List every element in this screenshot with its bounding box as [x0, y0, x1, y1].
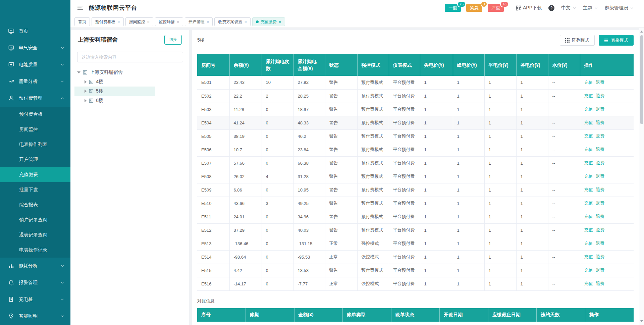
- refund-link[interactable]: 退费: [596, 201, 605, 206]
- table-cell: 平台预付费: [389, 277, 420, 290]
- language-select[interactable]: 中文: [561, 5, 576, 11]
- sidebar-item-electric-safety[interactable]: 电气安全: [0, 40, 70, 56]
- refund-link[interactable]: 退费: [596, 281, 605, 286]
- tree-search-input[interactable]: [77, 52, 183, 62]
- sidebar-item-demand-analysis[interactable]: 需量分析: [0, 73, 70, 90]
- scrollbar-thumb[interactable]: [640, 35, 643, 124]
- refund-link[interactable]: 退费: [596, 107, 605, 112]
- tree-node-root[interactable]: 上海安科瑞宿舍: [74, 68, 155, 77]
- table-mode-button[interactable]: 表格模式: [599, 35, 634, 46]
- alarm-badge-general[interactable]: 一般75: [445, 4, 461, 12]
- alarm-badge-critical[interactable]: 严重73: [488, 4, 504, 12]
- collapse-menu-icon[interactable]: [77, 5, 84, 10]
- sidebar-item-home[interactable]: 首页: [0, 23, 70, 40]
- tab-account-open[interactable]: 开户管理×: [185, 17, 213, 26]
- sidebar-item-smart-lighting[interactable]: 智能照明: [0, 308, 70, 325]
- recharge-link[interactable]: 充值: [584, 147, 593, 152]
- recharge-link[interactable]: 充值: [584, 174, 593, 179]
- table-cell: 1: [516, 250, 548, 264]
- recharge-link[interactable]: 充值: [584, 107, 593, 112]
- tab-home[interactable]: 首页: [74, 17, 90, 26]
- close-icon[interactable]: ×: [117, 20, 120, 24]
- user-menu[interactable]: 超级管理员: [605, 5, 634, 11]
- table-cell: 0: [262, 223, 293, 237]
- table-row: E50610.7023.84警告预付费模式平台预付费1111--充值退费: [197, 143, 634, 156]
- refund-link[interactable]: 退费: [596, 93, 605, 98]
- sidebar-item-alarm-management[interactable]: 报警管理: [0, 274, 70, 291]
- close-icon[interactable]: ×: [244, 20, 247, 24]
- help-icon[interactable]: ?: [548, 5, 554, 11]
- tab-fee-scheme[interactable]: 收费方案设置×: [214, 17, 251, 26]
- scroll-down-icon[interactable]: [640, 320, 643, 322]
- recharge-link[interactable]: 充值: [584, 133, 593, 139]
- column-header: 金额(¥): [294, 308, 343, 322]
- tab-room-monitor[interactable]: 房间监控×: [125, 17, 154, 26]
- vertical-scrollbar[interactable]: [639, 28, 644, 325]
- column-header: 平电价(¥): [484, 54, 516, 76]
- recharge-link[interactable]: 充值: [584, 187, 593, 192]
- tree-node-floor[interactable]: 5楼: [74, 87, 155, 96]
- sidebar-item-charging-pile[interactable]: 充电桩: [0, 291, 70, 308]
- caret-right-icon[interactable]: [85, 90, 87, 93]
- recharge-link[interactable]: 充值: [584, 80, 593, 85]
- tree-node-floor[interactable]: 6楼: [74, 96, 155, 105]
- refund-link[interactable]: 退费: [596, 227, 605, 232]
- recharge-link[interactable]: 充值: [584, 241, 593, 246]
- recharge-link[interactable]: 充值: [584, 254, 593, 259]
- sidebar-item-batch-dispatch[interactable]: 批量下发: [0, 182, 70, 197]
- recharge-link[interactable]: 充值: [584, 120, 593, 125]
- refund-link[interactable]: 退费: [596, 147, 605, 152]
- sidebar-item-power-quality[interactable]: 电能质量: [0, 56, 70, 73]
- sidebar-item-meter-operation-list[interactable]: 电表操作列表: [0, 137, 70, 152]
- grid-mode-button[interactable]: 阵列模式: [560, 35, 595, 46]
- sidebar-item-comprehensive-report[interactable]: 综合报表: [0, 197, 70, 212]
- refund-link[interactable]: 退费: [596, 133, 605, 139]
- tab-monitor-detail[interactable]: 监控详情×: [155, 17, 183, 26]
- recharge-link[interactable]: 充值: [584, 268, 593, 273]
- sidebar-item-room-monitor[interactable]: 房间监控: [0, 122, 70, 137]
- sidebar-item-prepaid-dashboard[interactable]: 预付费看板: [0, 107, 70, 122]
- refund-link[interactable]: 退费: [596, 120, 605, 125]
- table-row: E5096.86010.95警告预付费模式平台预付费1111--充值退费: [197, 183, 634, 197]
- sidebar-item-energy-analysis[interactable]: 能耗分析: [0, 258, 70, 274]
- caret-right-icon[interactable]: [85, 80, 87, 84]
- sidebar-item-account-close-query[interactable]: 销户记录查询: [0, 212, 70, 227]
- recharge-link[interactable]: 充值: [584, 160, 593, 165]
- sidebar-item-meter-operation-record[interactable]: 电表操作记录: [0, 242, 70, 258]
- refund-link[interactable]: 退费: [596, 254, 605, 259]
- alarm-badge-urgent[interactable]: 紧急3: [466, 4, 482, 12]
- tab-prepaid-dashboard[interactable]: 预付费看板×: [92, 17, 124, 26]
- close-icon[interactable]: ×: [279, 20, 281, 24]
- alarm-badge-count: 73: [500, 1, 509, 7]
- scroll-up-icon[interactable]: [640, 31, 643, 33]
- app-download-button[interactable]: APP下载: [516, 5, 542, 11]
- recharge-link[interactable]: 充值: [584, 281, 593, 286]
- refund-link[interactable]: 退费: [596, 214, 605, 219]
- refund-link[interactable]: 退费: [596, 160, 605, 165]
- tab-recharge-pay[interactable]: 充值缴费×: [252, 17, 285, 26]
- theme-select[interactable]: 主题: [583, 5, 598, 11]
- sidebar-item-label: 首页: [19, 28, 28, 34]
- close-icon[interactable]: ×: [177, 20, 179, 24]
- sidebar-item-account-open[interactable]: 开户管理: [0, 152, 70, 167]
- recharge-link[interactable]: 充值: [584, 201, 593, 206]
- recharge-link[interactable]: 充值: [584, 93, 593, 98]
- close-icon[interactable]: ×: [207, 20, 209, 24]
- sidebar-item-prepaid-management[interactable]: 预付费管理: [0, 90, 70, 107]
- refund-link[interactable]: 退费: [596, 174, 605, 179]
- refund-link[interactable]: 退费: [596, 241, 605, 246]
- sidebar-item-meter-return-query[interactable]: 退表记录查询: [0, 227, 70, 242]
- close-icon[interactable]: ×: [147, 20, 150, 24]
- caret-right-icon[interactable]: [85, 99, 87, 102]
- sidebar-item-recharge-pay[interactable]: 充值缴费: [0, 167, 70, 182]
- caret-down-icon[interactable]: [77, 71, 80, 73]
- tree-node-floor[interactable]: 4楼: [74, 77, 155, 87]
- refund-link[interactable]: 退费: [596, 187, 605, 192]
- building-icon: [89, 89, 94, 94]
- refund-link[interactable]: 退费: [596, 268, 605, 273]
- refund-link[interactable]: 退费: [596, 80, 605, 85]
- switch-building-button[interactable]: 切换: [164, 35, 182, 45]
- table-cell: --: [548, 156, 580, 170]
- recharge-link[interactable]: 充值: [584, 227, 593, 232]
- recharge-link[interactable]: 充值: [584, 214, 593, 219]
